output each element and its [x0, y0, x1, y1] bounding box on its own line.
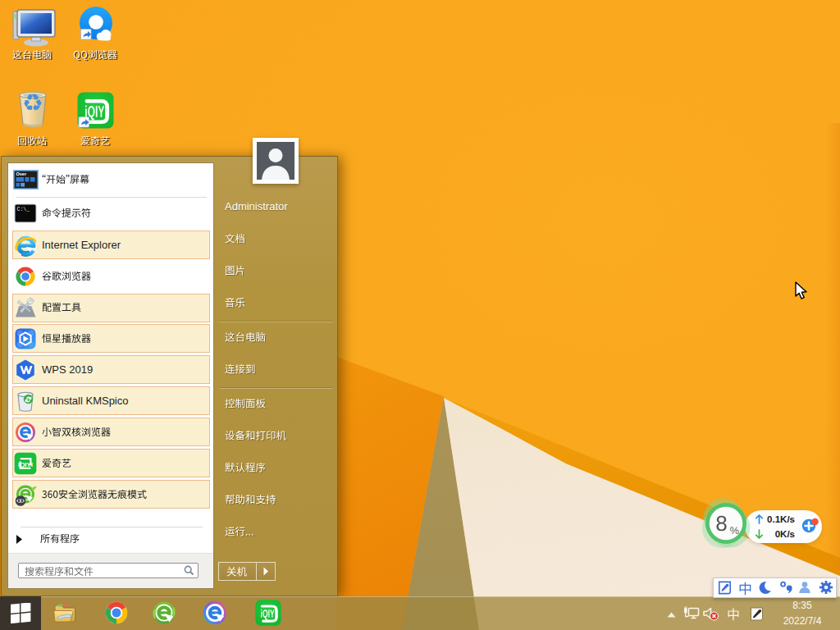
svg-text:Over: Over — [16, 171, 27, 176]
svg-text:C:\_: C:\_ — [17, 207, 30, 212]
svg-text:iQIYI: iQIYI — [18, 460, 33, 468]
